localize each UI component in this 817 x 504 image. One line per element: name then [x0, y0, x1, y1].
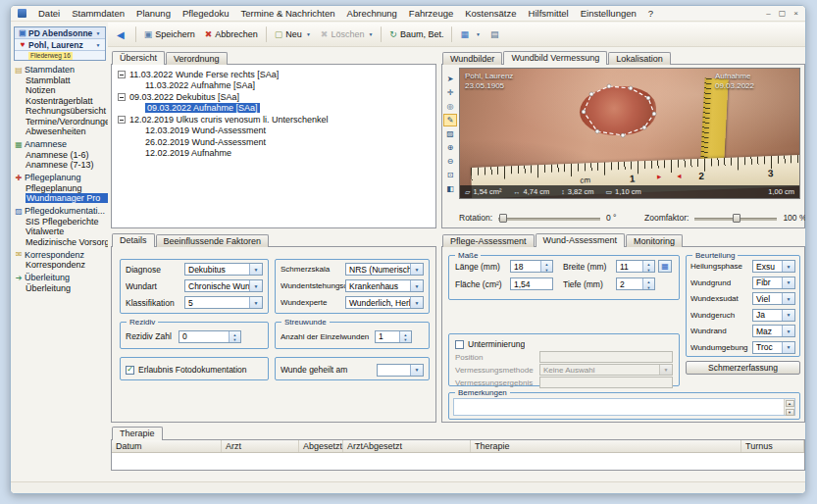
width-stepper[interactable]: 11 [616, 260, 655, 273]
sidebar-item[interactable]: ▦ Anamnese [11, 139, 108, 150]
draw-tool-icon[interactable]: ✎ [443, 114, 457, 126]
menu-item[interactable]: Termine & Nachrichten [234, 7, 340, 20]
combo-box[interactable]: Fibr [752, 277, 795, 289]
combo-box[interactable]: Wunderlich, Herb [345, 296, 424, 309]
tab[interactable]: Lokalisation [608, 52, 671, 65]
erase-tool-icon[interactable]: ▨ [443, 127, 457, 140]
sidebar-item[interactable]: Rechnungsübersicht [11, 106, 108, 117]
print-button[interactable]: ▤ ▼ [485, 27, 507, 41]
marker-tool-icon[interactable]: ◎ [443, 100, 457, 113]
combo-box[interactable]: Krankenhaus [345, 279, 424, 292]
combo-box[interactable]: Ja [752, 309, 795, 322]
menu-item[interactable]: Fahrzeuge [403, 7, 459, 20]
tab[interactable]: Übersicht [112, 51, 165, 65]
tree-button[interactable]: ↻ Baum, Bet. ▼ [384, 27, 448, 41]
tree-expander-icon[interactable] [118, 71, 126, 78]
combo-box[interactable]: Dekubitus [184, 263, 263, 276]
minimize-icon[interactable]: – [766, 9, 770, 18]
close-icon[interactable]: × [793, 9, 798, 18]
healed-date-combo[interactable] [377, 364, 424, 377]
patient-selector[interactable]: ♥ Pohl, Laurenz ▼ [15, 39, 105, 51]
tree-row[interactable]: 09.03.2022 Dekubitus [SAa] [114, 91, 434, 103]
sidebar-item[interactable]: ✚ Pflegeplanung [11, 173, 108, 183]
menu-item[interactable]: Abrechnung [341, 7, 403, 20]
tree-row[interactable]: 12.02.2019 Ulkus cruris venosum li. Unte… [114, 114, 434, 126]
scrollbar[interactable] [784, 399, 794, 415]
tree-expander-icon[interactable] [118, 93, 126, 101]
sidebar-item[interactable]: Korrespondenz [11, 260, 108, 271]
tree-row[interactable]: 26.02.2019 Wund-Assessment [114, 136, 434, 148]
zoom-fit-tool-icon[interactable]: ⊡ [443, 169, 457, 181]
sidebar-item[interactable]: Notizen [11, 85, 108, 96]
tree-row[interactable]: 11.03.2022 Wunde Ferse rechts [SAa] [114, 69, 434, 80]
sidebar-item[interactable]: Medizinische Vorsorge [11, 237, 108, 248]
tab[interactable]: Beeinflussende Faktoren [156, 234, 270, 247]
tab[interactable]: Wund-Assessment [536, 233, 625, 247]
sidebar-item[interactable]: Wundmanager Pro [11, 193, 108, 204]
table-column-header[interactable]: Datum [112, 440, 222, 452]
tab[interactable]: Wundbilder [442, 52, 502, 65]
length-stepper[interactable]: 18 [510, 260, 553, 273]
sidebar-item[interactable]: ▨ Pflegedokumentati... [11, 206, 108, 217]
sidebar-item[interactable]: Vitalwerte [11, 227, 108, 237]
delete-button[interactable]: ✖ Löschen ▼ [316, 27, 379, 41]
sidebar-item[interactable]: Termine/Verordnungen [11, 117, 108, 127]
depth-stepper[interactable]: 2 [616, 277, 655, 290]
combo-box[interactable]: Maz [752, 325, 795, 337]
maximize-icon[interactable]: ▢ [779, 9, 787, 18]
menu-item[interactable]: Planung [130, 7, 177, 20]
back-button[interactable]: ◀ ▼ [112, 27, 132, 42]
pan-tool-icon[interactable]: ✛ [443, 86, 457, 99]
sidebar-item[interactable]: ✉ Korrespondenz [11, 250, 108, 261]
zoom-slider[interactable] [694, 214, 777, 223]
menu-item[interactable]: Kostensätze [459, 7, 522, 20]
zoom-in-tool-icon[interactable]: ⊕ [443, 141, 457, 154]
table-column-header[interactable]: ArztAbgesetzt [343, 440, 471, 452]
table-column-header[interactable]: Abgesetzt [299, 440, 343, 452]
measure-tool-icon[interactable]: ◧ [443, 182, 457, 195]
tab[interactable]: Monitoring [626, 234, 683, 247]
slider-thumb[interactable] [499, 214, 507, 223]
menu-item[interactable]: Datei [32, 7, 66, 20]
undermining-checkbox[interactable] [455, 340, 464, 349]
sidebar-item[interactable]: ➔ Überleitung [11, 273, 108, 283]
menu-item[interactable]: Einstellungen [575, 7, 642, 20]
remarks-textarea[interactable] [453, 398, 795, 416]
tab[interactable]: Pflege-Assessment [442, 234, 535, 247]
combo-box[interactable]: Chronische Wunde [184, 279, 263, 292]
tab[interactable]: Details [112, 233, 155, 247]
cancel-button[interactable]: ✖ Abbrechen ▼ [200, 27, 263, 41]
wound-photo-canvas[interactable]: cm 123 Pohl, Laurenz 23.05.1905 [459, 68, 800, 199]
grid-icon[interactable]: ▦ [658, 260, 672, 273]
area-field[interactable]: 1,54 [510, 277, 553, 290]
pain-assessment-button[interactable]: Schmerzerfassung [686, 361, 800, 375]
menu-item[interactable]: Stammdaten [66, 7, 130, 20]
sidebar-item[interactable]: Überleitung [11, 283, 108, 294]
menu-item[interactable]: Pflegedoku [177, 7, 235, 20]
tree-row[interactable]: 12.02.2019 Aufnahme [114, 148, 434, 160]
tree-row[interactable]: 12.03.2019 Wund-Assessment [114, 126, 434, 137]
organization-selector[interactable]: ▣ PD Abendsonne ▼ [15, 27, 105, 39]
tree-row[interactable]: 11.03.2022 Aufnahme [SAa] [114, 80, 434, 92]
tree-expander-icon[interactable] [118, 116, 126, 124]
combo-box[interactable]: Exsu [752, 260, 795, 273]
sidebar-item[interactable]: Pflegeplanung [11, 183, 108, 194]
sidebar-item[interactable]: ▤ Stammdaten [11, 65, 108, 76]
sidebar-item[interactable]: SIS Pflegeberichte [11, 217, 108, 227]
views-button[interactable]: ▦ ▼ [455, 27, 485, 41]
scroll-down-icon[interactable] [786, 409, 794, 416]
slider-thumb[interactable] [733, 214, 740, 223]
combo-box[interactable]: Viel [752, 292, 795, 305]
menu-item[interactable]: Hilfsmittel [523, 7, 575, 20]
tab[interactable]: Therapie [112, 427, 163, 440]
tab[interactable]: Wundbild Vermessung [503, 51, 607, 65]
sidebar-item[interactable]: Stammblatt [11, 76, 108, 86]
single-wound-count-stepper[interactable]: 1 [375, 330, 412, 343]
tab[interactable]: Verordnung [166, 52, 228, 65]
sidebar-item[interactable]: Abwesenheiten [11, 126, 108, 137]
sidebar-item[interactable]: Anamnese (7-13) [11, 160, 108, 171]
rezidiv-count-stepper[interactable]: 0 [179, 330, 241, 343]
rotation-slider[interactable] [498, 214, 600, 223]
table-column-header[interactable]: Turnus [741, 440, 804, 452]
select-tool-icon[interactable]: ➤ [443, 73, 457, 85]
